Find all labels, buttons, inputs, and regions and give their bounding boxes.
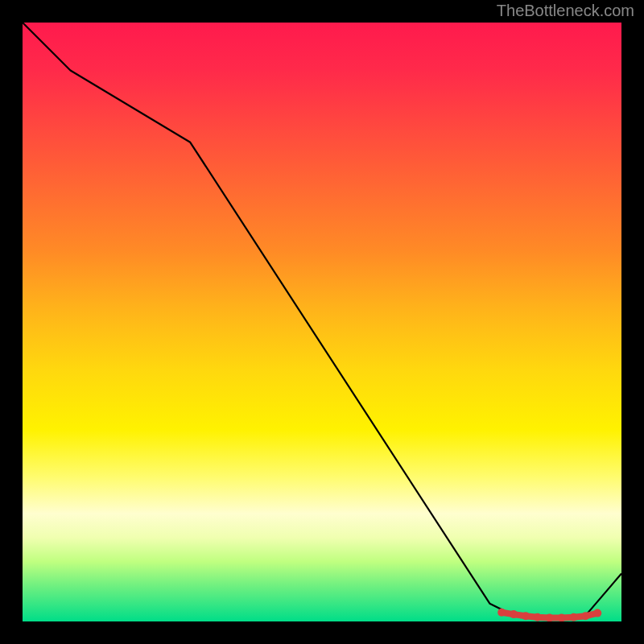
gradient-background — [23, 23, 621, 621]
plot-area — [23, 23, 621, 621]
attribution-text: TheBottleneck.com — [497, 2, 634, 20]
